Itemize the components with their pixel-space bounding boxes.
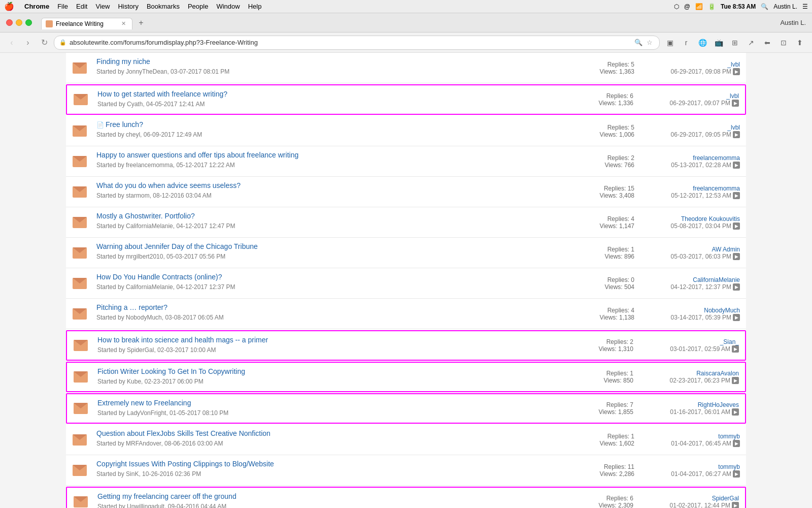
cast-icon[interactable]: 📺: [712, 36, 726, 50]
envelope-icon: [73, 308, 87, 320]
r-icon[interactable]: r: [679, 36, 693, 50]
bookmark-star-icon[interactable]: ☆: [645, 38, 654, 47]
astro-icon[interactable]: @: [684, 3, 690, 10]
layout-icon[interactable]: ⊞: [728, 36, 742, 50]
menu-chrome[interactable]: Chrome: [24, 3, 49, 10]
thread-title[interactable]: Pitching a … reporter?: [96, 303, 167, 311]
goto-icon[interactable]: ▶: [732, 100, 739, 107]
thread-last-user[interactable]: _lvbl: [727, 124, 740, 131]
goto-icon[interactable]: ▶: [733, 192, 740, 199]
thread-last-user[interactable]: _lvbl: [727, 61, 740, 68]
goto-icon[interactable]: ▶: [732, 408, 739, 416]
back2-icon[interactable]: ⬅: [760, 36, 774, 50]
thread-last-user[interactable]: _Sian_: [720, 338, 739, 345]
forum-content: Finding my niche Started by JonnyTheDean…: [0, 53, 812, 508]
table-row: Finding my niche Started by JonnyTheDean…: [66, 53, 746, 83]
menu-history[interactable]: History: [118, 3, 138, 10]
thread-last-user[interactable]: Theodore Koukouvitis: [681, 215, 740, 223]
goto-icon[interactable]: ▶: [733, 253, 740, 260]
thread-title[interactable]: Finding my niche: [96, 57, 150, 66]
goto-icon[interactable]: ▶: [733, 223, 740, 230]
toolbar-right: ▣ r 🌐 📺 ⊞ ↗ ⬅ ⊡ ⬆: [663, 36, 807, 50]
thread-last: _lvbl 06-29-2017, 09:08 PM ▶: [638, 57, 740, 79]
goto-icon[interactable]: ▶: [733, 68, 740, 75]
goto-icon[interactable]: ▶: [732, 377, 739, 384]
thread-meta: Started by NobodyMuch, 03-08-2017 06:05 …: [96, 314, 573, 321]
thread-last-user[interactable]: _lvbl: [726, 92, 739, 100]
thread-last-user[interactable]: SpiderGal: [712, 495, 739, 502]
extensions-icon[interactable]: ▣: [663, 36, 677, 50]
thread-last-user[interactable]: CaliforniaMelanie: [693, 276, 740, 283]
thread-last-user[interactable]: freelancemomma: [693, 154, 740, 162]
thread-replies: Replies: 11: [604, 463, 634, 470]
goto-icon[interactable]: ▶: [733, 440, 740, 447]
user-avatar[interactable]: Austin L.: [773, 3, 797, 10]
thread-title[interactable]: Copyright Issues With Posting Clippings …: [96, 460, 274, 468]
reload-button[interactable]: ↻: [38, 36, 51, 49]
thread-title[interactable]: Question about FlexJobs Skills Test Crea…: [96, 429, 270, 437]
minimize-button[interactable]: [16, 19, 22, 26]
goto-icon[interactable]: ▶: [732, 502, 739, 508]
thread-last-user[interactable]: RaiscaraAvalon: [696, 370, 739, 377]
address-right: 🔍 ☆: [634, 38, 654, 47]
maximize-button[interactable]: [25, 19, 32, 26]
active-tab[interactable]: Freelance Writing ✕: [41, 18, 132, 29]
goto-icon[interactable]: ▶: [733, 314, 740, 321]
thread-last-user[interactable]: NobodyMuch: [704, 307, 740, 314]
thread-meta: Started by Kube, 02-23-2017 06:00 PM: [97, 378, 572, 385]
translate-icon[interactable]: 🌐: [695, 36, 709, 50]
thread-title[interactable]: Happy to answer questions and offer tips…: [96, 151, 298, 159]
thread-title[interactable]: Fiction Writer Looking To Get In To Copy…: [97, 367, 245, 375]
forum-inner: Finding my niche Started by JonnyTheDean…: [66, 53, 746, 508]
search-icon[interactable]: 🔍: [761, 3, 768, 10]
thread-title[interactable]: What do you do when advice seems useless…: [96, 181, 241, 189]
thread-last-user[interactable]: freelancemomma: [693, 185, 740, 192]
menu-bookmarks[interactable]: Bookmarks: [147, 3, 180, 10]
thread-last-user[interactable]: tommyb: [718, 433, 740, 440]
forward-button[interactable]: ›: [21, 36, 35, 49]
tab-close-button[interactable]: ✕: [121, 20, 126, 27]
thread-title[interactable]: Mostly a Ghostwriter. Portfolio?: [96, 212, 195, 220]
thread-title[interactable]: Getting my freelancing career off the gr…: [97, 492, 236, 500]
thread-icon: [72, 303, 92, 325]
thread-main: Finding my niche Started by JonnyTheDean…: [92, 57, 578, 79]
menu-people[interactable]: People: [188, 3, 208, 10]
search-address-icon[interactable]: 🔍: [634, 38, 643, 47]
dropbox-icon[interactable]: ⬡: [674, 3, 679, 10]
new-tab-button[interactable]: +: [134, 16, 148, 29]
thread-last-time: 05-03-2017, 06:03 PM ▶: [671, 253, 740, 260]
pointer-icon[interactable]: ↗: [744, 36, 758, 50]
thread-icon: [72, 120, 92, 142]
thread-title[interactable]: How to break into science and health mag…: [97, 336, 268, 344]
menu-window[interactable]: Window: [216, 3, 240, 10]
goto-icon[interactable]: ▶: [733, 283, 740, 291]
goto-icon[interactable]: ▶: [733, 131, 740, 138]
envelope-icon: [74, 340, 88, 351]
thread-last-user[interactable]: AW Admin: [712, 246, 740, 253]
lock-icon: 🔒: [59, 39, 66, 46]
thread-title[interactable]: How to get started with freelance writin…: [97, 90, 227, 98]
menu-help[interactable]: Help: [248, 3, 262, 10]
reload2-icon[interactable]: ⊡: [776, 36, 791, 50]
menu-view[interactable]: View: [95, 3, 110, 10]
thread-title[interactable]: How Do You Handle Contracts (online)?: [96, 273, 222, 281]
thread-title[interactable]: 📄Free lunch?: [96, 120, 143, 129]
thread-last-time: 01-04-2017, 06:27 AM ▶: [671, 470, 740, 478]
table-row: What do you do when advice seems useless…: [66, 177, 746, 207]
wifi-icon[interactable]: 📶: [695, 3, 703, 10]
update-icon[interactable]: ⬆: [793, 36, 807, 50]
close-button[interactable]: [6, 19, 13, 26]
back-button[interactable]: ‹: [5, 36, 18, 49]
thread-title[interactable]: Warning about Jennifer Day of the Chicag…: [96, 242, 258, 250]
goto-icon[interactable]: ▶: [732, 345, 739, 353]
menu-edit[interactable]: Edit: [76, 3, 87, 10]
apple-menu[interactable]: 🍎: [4, 2, 14, 11]
goto-icon[interactable]: ▶: [733, 470, 740, 478]
thread-last-user[interactable]: tommyb: [718, 463, 740, 470]
address-bar[interactable]: 🔒 absolutewrite.com/forums/forumdisplay.…: [54, 36, 660, 50]
menu-file[interactable]: File: [57, 3, 68, 10]
thread-last-user[interactable]: RightHoJeeves: [698, 401, 739, 408]
thread-title[interactable]: Extremely new to Freelancing: [97, 399, 191, 407]
goto-icon[interactable]: ▶: [733, 162, 740, 169]
menu-icon[interactable]: ☰: [802, 3, 808, 10]
